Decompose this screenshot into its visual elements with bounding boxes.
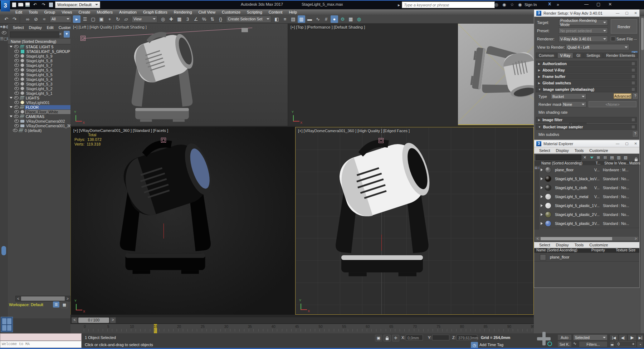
use-pivot-center-icon[interactable]: ◎ <box>159 15 167 23</box>
material-name[interactable]: StageLight_5_black_leather <box>555 177 594 181</box>
select-and-scale-icon[interactable]: ▱ <box>122 15 130 23</box>
tree-row-label[interactable]: VRayLight001 <box>25 100 51 105</box>
menu-graph-editors[interactable]: Graph Editors <box>140 10 171 14</box>
target-dropdown[interactable]: Production Rendering Mode <box>558 19 608 25</box>
workspace-status-label[interactable]: Workspace: Default <box>9 303 43 307</box>
expand-tree-icon[interactable]: ⊞ <box>595 154 601 160</box>
rollout-image-filter[interactable]: ▶Image filter <box>536 117 637 123</box>
maximize-button[interactable]: ▢ <box>596 2 600 7</box>
maxscript-mini-listener-pink[interactable] <box>0 333 82 341</box>
material-row[interactable]: StageLight_5_plastic_3V...Standard : No.… <box>539 219 639 228</box>
visibility-eye-icon[interactable] <box>13 129 18 132</box>
y-coordinate-field[interactable] <box>432 335 449 340</box>
tree-row-label[interactable]: StageLight_5_9 <box>25 54 54 58</box>
preset-dropdown[interactable]: No preset selected <box>558 28 608 34</box>
sort-list-icon[interactable]: ☰ <box>0 36 4 41</box>
key-step-icon[interactable]: ◂▸ <box>610 341 615 348</box>
redo-icon[interactable]: ↷ <box>40 2 47 8</box>
open-file-icon[interactable] <box>18 3 23 6</box>
tree-row-label[interactable]: StageLight_5_4 <box>25 77 54 82</box>
workspace-hierarchy-icon[interactable]: ▦ <box>61 301 68 308</box>
visibility-eye-icon[interactable] <box>14 64 19 67</box>
expand-arrow-icon[interactable] <box>541 213 543 216</box>
visibility-eye-icon[interactable] <box>14 50 19 53</box>
visibility-eye-icon[interactable] <box>14 87 19 90</box>
project-folder-icon[interactable] <box>49 3 53 7</box>
viewport-left[interactable]: [+] [Left ] [High Quality ] [Default Sha… <box>70 24 288 126</box>
visibility-eye-icon[interactable] <box>14 68 19 72</box>
rollout-global-switches[interactable]: ▶Global switches <box>536 80 637 86</box>
play-icon[interactable]: ▶ <box>628 334 637 341</box>
tree-row-label[interactable]: StageLight_5_6 <box>25 68 54 72</box>
toggle-layer-explorer-icon[interactable]: ▥ <box>298 15 305 23</box>
tree-row[interactable]: StageLight_5_6 <box>8 68 70 72</box>
clear-search-icon[interactable]: ✕ <box>582 154 588 160</box>
visibility-eye-icon[interactable] <box>14 119 19 123</box>
binoculars-icon[interactable]: ◎ <box>494 2 498 7</box>
tree-row[interactable]: StageLight_5_5 <box>8 72 70 77</box>
display-shapes-icon[interactable]: ◉ <box>3 24 6 29</box>
help-button[interactable]: ? <box>633 131 638 137</box>
menu-civil-view[interactable]: Civil View <box>195 10 219 14</box>
visibility-eye-icon[interactable] <box>14 92 19 95</box>
tab-settings[interactable]: Settings <box>584 53 603 58</box>
close-button[interactable]: ✕ <box>634 142 637 146</box>
material-row[interactable]: StageLight_5_metalV...Standard : No... <box>539 192 639 201</box>
material-menu-customize[interactable]: Customize <box>586 243 611 247</box>
scrollbar-thumb[interactable] <box>21 296 65 301</box>
time-slider-handle[interactable]: 0 / 100 <box>78 318 109 323</box>
undo-icon[interactable]: ↶ <box>3 15 10 23</box>
tree-row[interactable]: FLOOR <box>8 105 70 109</box>
material-menu-tools[interactable]: Tools <box>572 243 587 247</box>
material-row[interactable]: plane_floorV...Hardware : M... <box>539 165 639 174</box>
mirror-icon[interactable]: ◧ <box>273 15 280 23</box>
tree-row-label[interactable]: LIGHTS <box>25 96 40 100</box>
add-time-tag[interactable]: Add Time Tag <box>479 343 503 347</box>
viewport-label[interactable]: [+] [Top ] [Performance ] [Default Shadi… <box>291 25 365 29</box>
view-to-render-dropdown[interactable]: Quad 4 - Left <box>566 44 629 50</box>
tree-row-label[interactable]: VRayDomeCamera001_360 <box>25 124 74 128</box>
tree-row[interactable]: LIGHTS <box>8 95 70 100</box>
scroll-right-icon[interactable]: > <box>65 297 70 301</box>
renderer-dropdown[interactable]: V-Ray Adv 3.40.01 <box>558 36 608 42</box>
browse-button[interactable]: ... <box>634 36 637 40</box>
rect-selection-region-icon[interactable]: ▢ <box>89 15 97 23</box>
menu-views[interactable]: Views <box>58 10 75 14</box>
caret-icon[interactable] <box>10 46 13 48</box>
menu-tools[interactable]: Tools <box>25 10 41 14</box>
material-row[interactable]: StageLight_5_plastic_2V...Standard : No.… <box>539 210 639 219</box>
exchange-icon[interactable]: Ⅹ <box>548 2 551 6</box>
clear-search-icon[interactable]: ✕ <box>59 32 62 36</box>
tree-row[interactable]: VRayDomeCamera001_360 <box>8 123 70 128</box>
spinner-snap-icon[interactable]: ⇅ <box>209 15 216 23</box>
key-filter-dropdown[interactable]: Selected <box>573 334 608 340</box>
tree-row[interactable]: StageLight_5_9 <box>8 54 70 58</box>
lock-icon[interactable] <box>631 154 638 160</box>
visibility-eye-icon[interactable] <box>14 78 19 81</box>
tree-row-label[interactable]: STAGE LIGHT 5 <box>25 45 54 49</box>
visibility-eye-icon[interactable] <box>14 124 19 127</box>
minimize-button[interactable]: — <box>616 11 619 15</box>
scene-menu-select[interactable]: Select <box>11 25 26 30</box>
toggle-scene-explorer-icon[interactable]: ▤ <box>289 15 297 23</box>
viewport-camera-active[interactable]: [+] [VRayDomeCamera001_360 ] [High Quali… <box>295 127 534 315</box>
track-bar[interactable]: 0510152025303540455055606570758085909510… <box>70 324 589 334</box>
caret-icon[interactable] <box>10 106 13 108</box>
rendered-frame-window-icon[interactable]: ▦ <box>347 15 355 23</box>
reference-coordinate-dropdown[interactable]: View <box>132 16 157 23</box>
material-menu-display[interactable]: Display <box>553 148 572 153</box>
time-configuration-icon[interactable]: ◔ <box>637 341 643 348</box>
signin-avatar-icon[interactable]: ◉ <box>518 2 522 7</box>
curve-editor-icon[interactable]: ∿ <box>314 15 322 23</box>
app-logo[interactable]: 3 <box>1 1 10 11</box>
visibility-eye-icon[interactable] <box>14 115 19 118</box>
scene-explorer-scrollbar-thumb[interactable] <box>1 246 6 255</box>
render-production-icon[interactable]: ◍ <box>355 15 363 23</box>
menu-group[interactable]: Group <box>41 10 59 14</box>
tree-row[interactable]: StageLight_5_4 <box>8 77 70 82</box>
tree-row[interactable]: CAMERAS <box>8 114 70 119</box>
tree-row-label[interactable]: StageLight_5_7 <box>25 63 54 68</box>
stagelight-model-white[interactable] <box>318 130 447 285</box>
scroll-left-icon[interactable]: < <box>535 237 540 241</box>
auto-key-button[interactable]: Auto <box>557 334 572 340</box>
